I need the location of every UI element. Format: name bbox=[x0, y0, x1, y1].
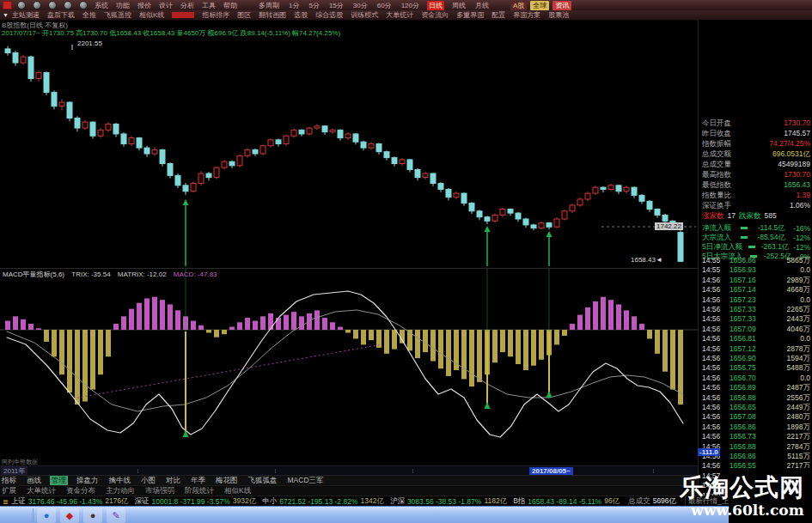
toolbar-item-资金流向[interactable]: 资金流向 bbox=[421, 10, 449, 20]
quote-label: 最高指数 bbox=[702, 170, 731, 180]
browser-icon[interactable]: ● bbox=[83, 508, 102, 523]
tick-row[interactable]: 14:561656.882556万 bbox=[702, 393, 810, 403]
candle bbox=[461, 193, 467, 204]
tick-row[interactable]: 14:561657.122878万 bbox=[702, 344, 810, 354]
toolbar-item-训练模式[interactable]: 训练模式 bbox=[351, 10, 378, 20]
qq-icon[interactable]: ● bbox=[37, 508, 56, 523]
tick-row[interactable]: 14:551656.865865万 bbox=[702, 256, 810, 265]
menu-item-工具[interactable]: 工具 bbox=[202, 1, 216, 10]
candle bbox=[137, 138, 142, 149]
toolbar-item-相似K线[interactable]: 相似K线 bbox=[139, 10, 164, 20]
candle bbox=[299, 130, 304, 134]
tick-row[interactable]: 14:561657.332265万 bbox=[702, 305, 810, 314]
macd-bar bbox=[214, 330, 219, 338]
toolbar-item-综合选股[interactable]: 综合选股 bbox=[315, 10, 343, 20]
macd-value: MACD: -47.83 bbox=[174, 271, 217, 278]
period-button-5分[interactable]: 5分 bbox=[307, 1, 321, 10]
period-button-30分[interactable]: 30分 bbox=[351, 1, 369, 10]
window-button-icon[interactable] bbox=[33, 1, 41, 9]
candle bbox=[516, 213, 521, 219]
toolbar-item-飞狐遥控[interactable]: 飞狐遥控 bbox=[104, 10, 131, 20]
toolbar-item-主站测速[interactable]: 主站测速 bbox=[12, 10, 40, 20]
menu-item-设计[interactable]: 设计 bbox=[159, 1, 173, 10]
toolbar-item-全推[interactable]: 全推 bbox=[82, 10, 96, 20]
market-chip-全球[interactable]: 全球 bbox=[530, 1, 549, 10]
menu-item-系统[interactable]: 系统 bbox=[95, 1, 108, 10]
window-button-icon[interactable] bbox=[64, 1, 72, 9]
paint-icon[interactable]: ✎ bbox=[107, 508, 125, 523]
tick-row[interactable]: 14:561657.144668万 bbox=[702, 285, 810, 295]
macd-bar bbox=[608, 300, 614, 330]
period-button-周线[interactable]: 周线 bbox=[450, 1, 467, 10]
tick-row[interactable]: 14:561657.082480万 bbox=[702, 412, 810, 422]
toolbar-item-翻转画图[interactable]: 翻转画图 bbox=[259, 10, 286, 20]
list-icon[interactable]: ≣ bbox=[3, 498, 9, 506]
toolbar-item-界面方案[interactable]: 界面方案 bbox=[513, 10, 540, 20]
candle bbox=[485, 217, 490, 222]
tick-volume: 0.0 bbox=[771, 295, 810, 305]
tick-row[interactable]: 14:561656.732217万 bbox=[702, 432, 810, 441]
menu-item-分析[interactable]: 分析 bbox=[180, 1, 194, 10]
toolbar-item-配置[interactable]: 配置 bbox=[491, 10, 505, 20]
quote-row-最高指数: 最高指数1730.70 bbox=[702, 170, 810, 180]
macd-bar bbox=[291, 312, 296, 330]
toolbar-item-选股[interactable]: 选股 bbox=[294, 10, 308, 20]
market-chip-资讯[interactable]: 资讯 bbox=[553, 1, 571, 10]
menu-item-报价[interactable]: 报价 bbox=[137, 1, 151, 10]
macd-label-row: MACD平量指标(5,6) TRIX: -35.54 MATRIX: -12.0… bbox=[3, 270, 217, 279]
period-button-120分[interactable]: 120分 bbox=[400, 1, 421, 10]
candlestick-chart[interactable] bbox=[0, 38, 698, 268]
macd-bar bbox=[82, 330, 88, 402]
toolbar-item-指标排序[interactable]: 指标排序 bbox=[202, 10, 229, 20]
toolbar-item-图区[interactable]: 图区 bbox=[237, 10, 251, 20]
tick-row[interactable]: 14:561656.755488万 bbox=[702, 363, 810, 373]
tick-row[interactable]: 14:561657.094046万 bbox=[702, 325, 810, 334]
candle bbox=[168, 164, 173, 176]
toolbar-item-大单统计[interactable]: 大单统计 bbox=[386, 10, 413, 20]
tick-row[interactable]: 14:561656.810.0 bbox=[702, 334, 810, 344]
macd-bar bbox=[90, 330, 95, 390]
period-button-月线[interactable]: 月线 bbox=[473, 1, 491, 10]
tick-row[interactable]: 14:561656.652449万 bbox=[702, 403, 810, 412]
macd-bar bbox=[492, 330, 498, 362]
tick-row[interactable]: 14:561656.700.0 bbox=[702, 374, 810, 383]
period-button-15分[interactable]: 15分 bbox=[327, 1, 345, 10]
flow-pct: -12% bbox=[793, 243, 810, 252]
window-button-icon[interactable] bbox=[79, 1, 88, 9]
tick-volume: 2556万 bbox=[771, 393, 810, 403]
candle bbox=[608, 185, 614, 190]
macd-bar bbox=[152, 297, 157, 330]
macd-bar bbox=[338, 327, 343, 330]
window-button-icon[interactable] bbox=[48, 1, 57, 9]
candle bbox=[546, 223, 552, 228]
dropdown-arrow-icon[interactable]: ▼ bbox=[3, 12, 9, 18]
period-button-多周期[interactable]: 多周期 bbox=[257, 1, 281, 10]
toolbar-item-盘后下载[interactable]: 盘后下载 bbox=[47, 10, 75, 20]
tick-row[interactable]: 14:561656.892487万 bbox=[702, 383, 810, 392]
tick-row[interactable]: 14:561656.901594万 bbox=[702, 354, 810, 363]
toolbar-item-多重界面[interactable]: 多重界面 bbox=[456, 10, 484, 20]
highlighted-blank-button[interactable] bbox=[172, 12, 194, 18]
tick-row[interactable]: 14:561656.861898万 bbox=[702, 423, 810, 432]
window-button-icon[interactable] bbox=[17, 1, 26, 9]
quote-value: 696.0531亿 bbox=[772, 149, 810, 160]
period-button-1分[interactable]: 1分 bbox=[287, 1, 301, 10]
candle bbox=[175, 175, 180, 185]
tick-row[interactable]: 14:561657.230.0 bbox=[702, 295, 810, 305]
candle bbox=[129, 138, 134, 144]
tick-row[interactable]: 14:561657.162989万 bbox=[702, 276, 810, 285]
toolbar-item-股票池[interactable]: 股票池 bbox=[548, 10, 569, 20]
media-player-icon[interactable]: ◆ bbox=[60, 508, 79, 523]
menu-item-帮助[interactable]: 帮助 bbox=[223, 1, 237, 10]
tick-row[interactable]: 14:561657.332443万 bbox=[702, 314, 810, 324]
macd-bar bbox=[36, 328, 41, 330]
macd-bar bbox=[168, 304, 173, 330]
tick-row[interactable]: 14:551656.930.0 bbox=[702, 265, 810, 275]
period-button-60分[interactable]: 60分 bbox=[375, 1, 394, 10]
market-chip-A股[interactable]: A股 bbox=[510, 1, 527, 10]
menu-item-功能[interactable]: 功能 bbox=[116, 1, 130, 10]
period-button-日线[interactable]: 日线 bbox=[427, 1, 444, 10]
os-taskbar[interactable]: ●◆●✎ bbox=[0, 506, 732, 523]
timeline-highlight-date[interactable]: 2017/08/05~ bbox=[529, 467, 573, 475]
macd-indicator-chart[interactable] bbox=[0, 268, 698, 466]
